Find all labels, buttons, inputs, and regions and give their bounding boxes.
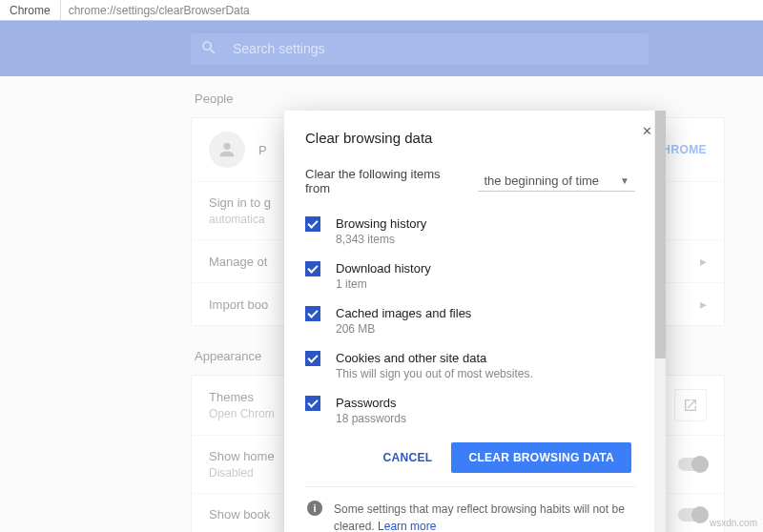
learn-more-link[interactable]: Learn more (378, 520, 436, 532)
option-title: Cached images and files (336, 306, 471, 320)
option-title: Browsing history (336, 216, 426, 231)
dialog-scrollbar[interactable] (654, 111, 666, 532)
option-cached-images[interactable]: Cached images and files 206 MB (305, 298, 635, 343)
watermark: wsxdn.com (710, 518, 757, 528)
dialog-actions: CANCEL CLEAR BROWSING DATA (305, 425, 635, 486)
option-title: Download history (336, 261, 431, 276)
clear-browsing-data-dialog: Clear browsing data ✕ Clear the followin… (284, 111, 666, 532)
clear-browsing-data-button[interactable]: CLEAR BROWSING DATA (451, 442, 631, 473)
cancel-button[interactable]: CANCEL (370, 442, 446, 473)
dialog-title: Clear browsing data (305, 130, 635, 146)
option-browsing-history[interactable]: Browsing history 8,343 items (305, 209, 635, 254)
option-sub: This will sign you out of most websites. (336, 367, 533, 380)
option-title: Cookies and other site data (336, 351, 533, 365)
scrollbar-thumb[interactable] (655, 111, 666, 358)
address-url[interactable]: chrome://settings/clearBrowserData (61, 4, 258, 17)
option-sub: 8,343 items (336, 233, 426, 246)
option-cookies[interactable]: Cookies and other site data This will si… (305, 343, 635, 388)
option-sub: 18 passwords (336, 412, 406, 425)
time-range-select[interactable]: the beginning of time ▼ (478, 171, 635, 192)
info-icon: i (307, 501, 322, 516)
option-download-history[interactable]: Download history 1 item (305, 254, 635, 298)
dialog-notice: i Some settings that may reflect browsin… (305, 486, 635, 532)
chevron-down-icon: ▼ (620, 175, 629, 186)
option-sub: 1 item (336, 277, 431, 291)
checkbox-checked-icon[interactable] (305, 306, 320, 321)
checkbox-checked-icon[interactable] (305, 261, 320, 276)
option-sub: 206 MB (336, 322, 471, 336)
option-title: Passwords (336, 396, 406, 410)
time-range-row: Clear the following items from the begin… (305, 167, 635, 195)
checkbox-checked-icon[interactable] (305, 351, 320, 366)
address-bar: Chrome chrome://settings/clearBrowserDat… (0, 0, 763, 21)
close-icon[interactable]: ✕ (642, 124, 652, 138)
checkbox-checked-icon[interactable] (305, 216, 320, 232)
option-passwords[interactable]: Passwords 18 passwords (305, 388, 635, 425)
browser-brand: Chrome (0, 0, 61, 20)
clear-from-label: Clear the following items from (305, 167, 463, 195)
checkbox-checked-icon[interactable] (305, 396, 320, 411)
time-range-value: the beginning of time (484, 174, 599, 188)
